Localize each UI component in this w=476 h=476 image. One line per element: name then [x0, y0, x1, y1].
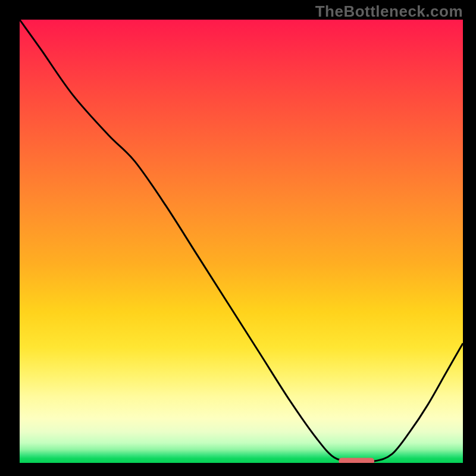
chart-frame: TheBottleneck.com: [0, 0, 476, 476]
curve-layer: [20, 20, 463, 463]
optimal-range-marker: [339, 458, 374, 464]
plot-area: [20, 20, 463, 463]
bottleneck-curve-path: [20, 20, 463, 462]
watermark-text: TheBottleneck.com: [315, 2, 463, 21]
